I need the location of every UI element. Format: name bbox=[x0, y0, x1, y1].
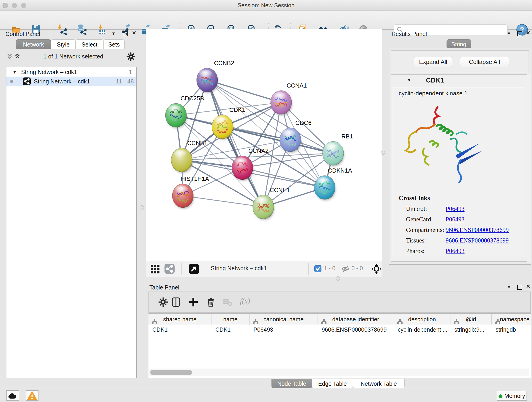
expand-all-button[interactable]: Expand All bbox=[414, 57, 452, 67]
network-type-button[interactable] bbox=[165, 264, 175, 275]
network-collection-row[interactable]: ▼ String Network – cdk1 1 bbox=[6, 67, 136, 77]
grid-view-button[interactable] bbox=[150, 264, 160, 275]
column-header-namespace[interactable]: namespace bbox=[492, 314, 531, 325]
network-view-title: String Network – cdk1 bbox=[211, 265, 267, 272]
cell-name: CDK1 bbox=[211, 325, 249, 335]
network-edge-CCNB2-CCNA1[interactable] bbox=[207, 80, 281, 102]
compartments-link[interactable]: 9606.ENSP00000378699 bbox=[446, 226, 509, 233]
genecard-link[interactable]: P06493 bbox=[446, 216, 465, 223]
network-node-CDC25B[interactable] bbox=[165, 103, 187, 128]
table-options-button[interactable] bbox=[158, 297, 168, 308]
left-splitter-handle[interactable] bbox=[140, 205, 144, 210]
node-label-CCNB1: CCNB1 bbox=[187, 140, 207, 147]
table-hscroll-thumb[interactable] bbox=[150, 370, 192, 375]
column-header-id[interactable]: @id bbox=[450, 314, 492, 325]
main-toolbar: ? bbox=[0, 11, 532, 30]
chevron-double-down-icon bbox=[6, 52, 13, 60]
network-node-CCNB2[interactable] bbox=[196, 68, 218, 93]
network-node-CDK1[interactable] bbox=[212, 115, 234, 140]
network-edge-HIST1H1A-CCNE1[interactable] bbox=[183, 196, 263, 207]
control-panel-menu-button[interactable]: ▾ bbox=[112, 31, 115, 36]
import-table-button[interactable] bbox=[97, 24, 107, 35]
node-label-RB1: RB1 bbox=[341, 133, 353, 140]
pharos-link[interactable]: P06493 bbox=[446, 248, 465, 254]
tab-edge-table[interactable]: Edge Table bbox=[312, 379, 353, 388]
eye-slash-small-icon bbox=[341, 264, 350, 274]
network-options-button[interactable] bbox=[126, 52, 136, 62]
hidden-elements-button[interactable] bbox=[341, 264, 350, 274]
cell-namespace: stringdb bbox=[492, 325, 531, 335]
show-columns-button[interactable] bbox=[171, 297, 181, 308]
control-panel-float-button[interactable] bbox=[123, 32, 128, 36]
network-node-CCNE1[interactable] bbox=[253, 195, 274, 220]
network-label: String Network – cdk1 bbox=[34, 77, 90, 86]
table-hscroll-track[interactable] bbox=[149, 369, 529, 376]
column-header-description[interactable]: description bbox=[394, 314, 450, 325]
tissues-link[interactable]: 9606.ENSP00000378699 bbox=[446, 237, 509, 244]
column-header-shared-name[interactable]: shared name bbox=[148, 314, 211, 325]
plus-icon bbox=[188, 297, 199, 307]
delete-column-button[interactable] bbox=[206, 297, 216, 308]
network-canvas[interactable]: CCNB2CCNA1CDC25BCDK1CDC6RB1CCNB1CCNA2CDK… bbox=[146, 29, 382, 261]
right-splitter-handle[interactable] bbox=[381, 151, 385, 155]
crosshair-icon bbox=[371, 264, 382, 274]
tab-node-table[interactable]: Node Table bbox=[272, 379, 312, 388]
network-node-CCNB1[interactable] bbox=[171, 148, 193, 173]
control-panel-close-button[interactable]: ✕ bbox=[132, 31, 136, 35]
warnings-button[interactable] bbox=[26, 390, 38, 401]
tab-network-table[interactable]: Network Table bbox=[353, 379, 405, 388]
table-row[interactable]: CDK1 CDK1 P06493 9606.ENSP00000378699 cy… bbox=[148, 325, 531, 335]
table-panel-float-button[interactable] bbox=[517, 285, 522, 290]
expand-all-networks-button[interactable] bbox=[14, 52, 21, 61]
network-edge-CCNB2-CCNE1[interactable] bbox=[207, 80, 263, 207]
network-tree: ▼ String Network – cdk1 1 String Network… bbox=[6, 67, 137, 378]
table-delete-icon bbox=[222, 298, 233, 307]
network-node-CDKN1A[interactable] bbox=[314, 176, 336, 201]
gene-description: cyclin-dependent kinase 1 bbox=[399, 90, 468, 97]
tab-sets[interactable]: Sets bbox=[103, 39, 125, 49]
tab-select[interactable]: Select bbox=[76, 39, 103, 49]
function-builder-button[interactable]: f(x) bbox=[240, 297, 250, 305]
memory-button[interactable]: Memory bbox=[497, 391, 527, 401]
column-header-canonical-name[interactable]: canonical name bbox=[249, 314, 318, 325]
fit-content-button[interactable] bbox=[371, 264, 382, 275]
import-network-button[interactable] bbox=[57, 24, 67, 35]
column-header-database-identifier[interactable]: database identifier bbox=[318, 314, 394, 325]
crosslinks-heading: CrossLinks bbox=[399, 194, 430, 202]
gene-name-heading: CDK1 bbox=[426, 77, 444, 84]
uniprot-link[interactable]: P06493 bbox=[446, 205, 465, 212]
network-node-HIST1H1A[interactable] bbox=[172, 184, 194, 209]
collapse-all-networks-button[interactable] bbox=[6, 52, 13, 61]
selected-checkbox[interactable] bbox=[314, 265, 322, 273]
protein-structure-image bbox=[402, 104, 491, 185]
clear-table-button[interactable] bbox=[222, 298, 233, 308]
column-header-name[interactable]: name bbox=[211, 314, 249, 325]
tab-network[interactable]: Network bbox=[16, 39, 51, 49]
network-row[interactable]: String Network – cdk1 11 48 bbox=[6, 77, 136, 86]
import-network-from-database-button[interactable] bbox=[76, 24, 87, 35]
open-in-new-window-button[interactable] bbox=[189, 264, 199, 275]
add-column-button[interactable] bbox=[188, 297, 199, 308]
app-window: Session: New Session bbox=[0, 0, 532, 402]
toolbar-divider bbox=[49, 23, 49, 36]
collection-label: String Network – cdk1 bbox=[21, 67, 77, 77]
external-link-icon bbox=[189, 264, 199, 274]
results-panel-close-button[interactable]: ✕ bbox=[526, 31, 530, 35]
table-panel-menu-button[interactable]: ▾ bbox=[508, 285, 510, 289]
network-node-RB1[interactable] bbox=[323, 141, 344, 166]
bottom-splitter-handle[interactable] bbox=[336, 276, 340, 281]
node-table: shared name name canonical name database… bbox=[148, 313, 531, 378]
chevron-double-up-icon bbox=[14, 52, 21, 60]
cdk1-collapse-caret[interactable]: ▼ bbox=[407, 77, 412, 83]
gear-icon bbox=[158, 297, 168, 307]
network-node-CCNA1[interactable] bbox=[271, 90, 292, 115]
results-panel-float-button[interactable] bbox=[517, 32, 522, 36]
tab-string[interactable]: String bbox=[447, 39, 471, 49]
results-panel-menu-button[interactable]: ▾ bbox=[508, 31, 510, 36]
cloud-status-button[interactable] bbox=[6, 390, 19, 401]
table-panel-close-button[interactable]: ✕ bbox=[526, 284, 530, 289]
collapse-all-button[interactable]: Collapse All bbox=[460, 57, 509, 67]
collection-expand-caret[interactable]: ▼ bbox=[12, 67, 17, 77]
results-scrollbar-track[interactable] bbox=[527, 74, 531, 262]
tab-style[interactable]: Style bbox=[51, 39, 76, 49]
